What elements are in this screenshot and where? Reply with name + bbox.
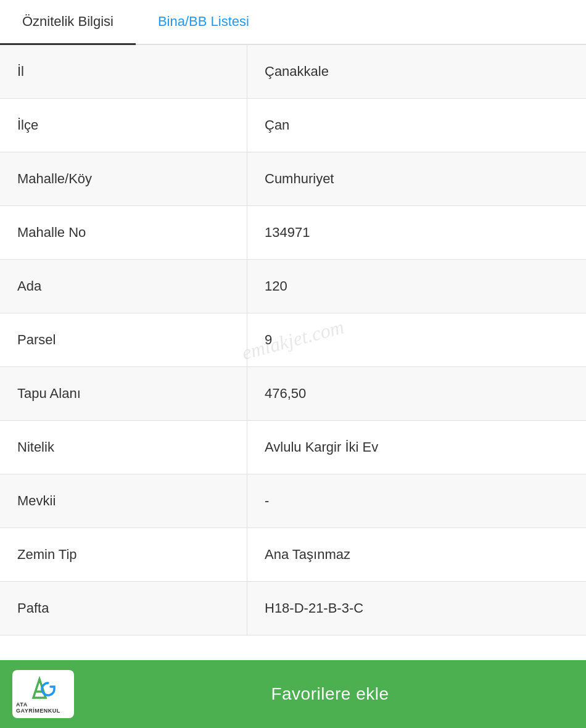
info-table: İlÇanakkaleİlçeÇanMahalle/KöyCumhuriyetM… [0, 45, 586, 660]
row-label: Nitelik [0, 427, 247, 468]
row-value: - [247, 481, 586, 521]
row-label: Zemin Tip [0, 534, 247, 575]
row-value: H18-D-21-B-3-C [247, 588, 586, 629]
row-value: 9 [247, 320, 586, 360]
footer: ATA GAYRİMENKUL Favorilere ekle [0, 660, 586, 728]
row-value: Ana Taşınmaz [247, 534, 586, 575]
table-row: NitelikAvlulu Kargir İki Ev [0, 421, 586, 474]
row-label: Mahalle/Köy [0, 159, 247, 199]
table-row: emlakjet.comParsel9 [0, 313, 586, 367]
row-value: 476,50 [247, 373, 586, 414]
row-label: Pafta [0, 588, 247, 629]
row-value: 120 [247, 266, 586, 307]
table-row: Mahalle No134971 [0, 206, 586, 260]
table-row: İlçeÇan [0, 99, 586, 152]
row-label: Mevkii [0, 481, 247, 521]
row-label: Tapu Alanı [0, 373, 247, 414]
row-value: Avlulu Kargir İki Ev [247, 427, 586, 468]
row-label: Ada [0, 266, 247, 307]
table-row: Mahalle/KöyCumhuriyet [0, 152, 586, 206]
row-value: Çanakkale [247, 51, 586, 92]
row-label: İlçe [0, 105, 247, 146]
table-row: Zemin TipAna Taşınmaz [0, 528, 586, 582]
tabs-container: Öznitelik Bilgisi Bina/BB Listesi [0, 0, 586, 45]
logo-text: ATA GAYRİMENKUL [16, 701, 70, 714]
table-row: PaftaH18-D-21-B-3-C [0, 582, 586, 635]
tab-bina-bb-listesi[interactable]: Bina/BB Listesi [136, 0, 271, 45]
row-value: Çan [247, 105, 586, 146]
row-label: İl [0, 51, 247, 92]
favorilere-ekle-button[interactable]: Favorilere ekle [86, 684, 574, 704]
tab-oznitelik-bilgisi[interactable]: Öznitelik Bilgisi [0, 0, 136, 45]
row-label: Mahalle No [0, 212, 247, 253]
table-row: Mevkii- [0, 474, 586, 528]
row-value: Cumhuriyet [247, 159, 586, 199]
row-value: 134971 [247, 212, 586, 253]
logo-icon [27, 674, 59, 700]
table-row: Tapu Alanı476,50 [0, 367, 586, 421]
row-label: Parsel [0, 320, 247, 360]
table-row: İlÇanakkale [0, 45, 586, 99]
logo-box: ATA GAYRİMENKUL [12, 670, 74, 718]
table-row: Ada120 [0, 260, 586, 313]
